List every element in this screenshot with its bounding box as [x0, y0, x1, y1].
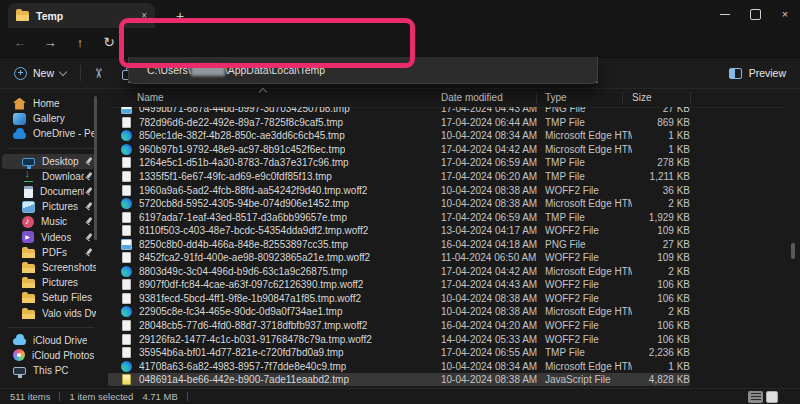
file-type: TMP File: [545, 157, 632, 168]
file-name-cell: 29126fa2-1477-4c1c-b031-91768478c79a.tmp…: [121, 334, 441, 345]
file-date-modified: 17-04-2024 06:59 AM: [441, 157, 545, 168]
file-row[interactable]: 8110f503-c403-48e7-bcdc-54354dda9df2.tmp…: [108, 224, 690, 238]
file-row[interactable]: 850ec1de-382f-4b28-850c-ae3dd6c6cb45.tmp…: [108, 129, 690, 143]
file-type: PNG File: [545, 239, 632, 250]
list-scrollbar-thumb[interactable]: [791, 243, 795, 259]
file-row[interactable]: 41708a63-6a82-4983-8957-7f7dde8e40c9.tmp…: [108, 359, 690, 373]
new-tab-button[interactable]: +: [168, 3, 192, 28]
file-name: 850ec1de-382f-4b28-850c-ae3dd6c6cb45.tmp: [139, 130, 345, 141]
explorer-tab[interactable]: Temp ×: [8, 3, 155, 28]
edge-file-icon: [121, 144, 132, 155]
file-row[interactable]: 048691a4-be66-442e-b900-7ade11eaabd2.tmp…: [108, 373, 690, 387]
file-name: 048691a4-be66-442e-b900-7ade11eaabd2.tmp: [139, 374, 349, 385]
close-button[interactable]: ×: [770, 0, 800, 28]
file-size: 27 KB: [632, 239, 690, 250]
refresh-icon[interactable]: ↻: [98, 31, 120, 53]
cut-icon[interactable]: ✂: [91, 68, 106, 79]
address-suggestion-dropdown[interactable]: C:\Users\\AppData\Local\Temp: [128, 57, 598, 84]
file-date-modified: 16-04-2024 04:20 AM: [441, 320, 545, 331]
column-divider[interactable]: [690, 92, 691, 104]
sidebar-item[interactable]: iCloud Drive: [2, 333, 96, 348]
file-row[interactable]: 8452fca2-91fd-400e-ae98-80923865a21e.tmp…: [108, 251, 690, 265]
file-row[interactable]: 1264e5c1-d51b-4a30-8783-7da37e317c96.tmp…: [108, 156, 690, 170]
details-view-icon[interactable]: [748, 391, 763, 403]
sidebar-item[interactable]: Documents: [2, 184, 96, 199]
plus-circle-icon: [14, 67, 27, 80]
sidebar-item[interactable]: Gallery: [2, 111, 96, 126]
file-name: 1335f5f1-6e67-49fc-ad69-e9c0fdf85f13.tmp: [139, 171, 332, 182]
file-name-cell: 960b97b1-9792-48e9-ac97-8b91c452f6ec.tmp: [121, 144, 441, 155]
sidebar-divider: [0, 142, 108, 154]
file-row[interactable]: 9381fecd-5bcd-4ff1-9f8e-1b90847a1f85.tmp…: [108, 292, 690, 306]
thumbnail-view-icon[interactable]: [766, 391, 778, 403]
sidebar-item[interactable]: Valo vids Dwai: [2, 305, 96, 320]
column-divider[interactable]: [622, 92, 623, 104]
sidebar-item[interactable]: Music: [2, 214, 96, 229]
sidebar-item[interactable]: iCloud Photos: [2, 348, 96, 363]
file-date-modified: 17-04-2024 06:20 AM: [441, 171, 545, 182]
file-row[interactable]: 782d96d6-de22-492e-89a7-7825f8c9caf5.tmp…: [108, 116, 690, 130]
file-type: TMP File: [545, 347, 632, 358]
sidebar-item-label: iCloud Drive: [33, 335, 87, 346]
onedrive-icon: [13, 128, 26, 140]
file-name-cell: 0499bb71-687a-44bd-b997-3d70342507b8.tmp: [121, 107, 441, 114]
file-row[interactable]: 8803d49c-3c04-496d-b9d6-63c1a9c26875.tmp…: [108, 265, 690, 279]
sidebar-scrollbar-thumb[interactable]: [94, 96, 97, 240]
forward-icon[interactable]: →: [39, 31, 61, 53]
back-icon[interactable]: ←: [9, 31, 31, 53]
file-row[interactable]: 8907f0df-fc84-4cae-a63f-097c62126390.tmp…: [108, 278, 690, 292]
pictures-icon: [22, 201, 35, 213]
sidebar-item-label: Desktop: [42, 156, 79, 167]
file-row[interactable]: 1335f5f1-6e67-49fc-ad69-e9c0fdf85f13.tmp…: [108, 170, 690, 184]
file-date-modified: 10-04-2024 08:34 AM: [441, 130, 545, 141]
file-row[interactable]: 22905c8e-fc34-465e-90dc-0d9a0f734ae1.tmp…: [108, 305, 690, 319]
file-row[interactable]: 35954b6a-bf01-4d77-821e-c720fd7bd0a9.tmp…: [108, 346, 690, 360]
column-header-type[interactable]: Type: [545, 92, 567, 103]
file-row[interactable]: 960b97b1-9792-48e9-ac97-8b91c452f6ec.tmp…: [108, 143, 690, 157]
file-type: WOFF2 File: [545, 225, 632, 236]
file-file-icon: [122, 320, 131, 331]
file-row[interactable]: 28048cb5-77d6-4fd0-88d7-3718dfbfb937.tmp…: [108, 319, 690, 333]
file-type: WOFF2 File: [545, 279, 632, 290]
file-type: TMP File: [545, 117, 632, 128]
column-header-date-modified[interactable]: Date modified: [441, 92, 503, 103]
view-toggles: [748, 391, 778, 403]
sidebar-item[interactable]: Downloads: [2, 169, 96, 184]
preview-button[interactable]: Preview: [729, 67, 786, 79]
column-header-name[interactable]: Name: [137, 92, 164, 103]
file-row[interactable]: 1960a9a6-5ad2-4fcb-88fd-aa54242f9d40.tmp…: [108, 183, 690, 197]
column-divider[interactable]: [536, 92, 537, 104]
new-button[interactable]: New: [14, 67, 66, 80]
up-icon[interactable]: ↑: [69, 31, 91, 53]
file-name: 41708a63-6a82-4983-8957-7f7dde8e40c9.tmp: [139, 361, 346, 372]
sidebar-item[interactable]: This PC: [2, 363, 96, 378]
sidebar-item[interactable]: Videos: [2, 230, 96, 245]
sidebar-item[interactable]: Setup Files: [2, 290, 96, 305]
file-row[interactable]: 8250c8b0-dd4b-466a-848e-82553897cc35.tmp…: [108, 237, 690, 251]
window-controls: ×: [710, 0, 800, 28]
file-name-cell: 41708a63-6a82-4983-8957-7f7dde8e40c9.tmp: [121, 361, 441, 372]
sidebar-item[interactable]: PDFs: [2, 245, 96, 260]
sidebar-item[interactable]: Home: [2, 96, 96, 111]
file-file-icon: [122, 225, 131, 236]
pin-icon: [84, 187, 93, 196]
file-date-modified: 10-04-2024 08:34 AM: [441, 361, 545, 372]
file-row[interactable]: 0499bb71-687a-44bd-b997-3d70342507b8.tmp…: [108, 107, 690, 116]
file-row[interactable]: 29126fa2-1477-4c1c-b031-91768478c79a.tmp…: [108, 332, 690, 346]
desktop-icon: [22, 158, 35, 166]
sidebar-item[interactable]: Desktop: [2, 154, 96, 169]
navigation-bar: ← → ↑ ↻ C:\Users\\AppData\Local\Temp × S…: [0, 28, 800, 57]
thispc-icon: [13, 367, 26, 375]
column-header-size[interactable]: Size: [632, 92, 651, 103]
sidebar-item[interactable]: Pictures: [2, 275, 96, 290]
sidebar-item[interactable]: Screenshots: [2, 260, 96, 275]
file-name-cell: 8452fca2-91fd-400e-ae98-80923865a21e.tmp…: [121, 252, 441, 263]
maximize-button[interactable]: [740, 0, 770, 28]
minimize-button[interactable]: [710, 0, 740, 28]
tab-close-icon[interactable]: ×: [141, 11, 147, 21]
address-suggestion[interactable]: C:\Users\\AppData\Local\Temp: [147, 64, 325, 76]
sidebar-item[interactable]: Pictures: [2, 199, 96, 214]
file-row[interactable]: 5720cb8d-5952-4305-94be-074d906e1452.tmp…: [108, 197, 690, 211]
sidebar-item[interactable]: OneDrive - Persor: [2, 126, 96, 141]
file-row[interactable]: 6197ada7-1eaf-43ed-8517-d3a6bb99657e.tmp…: [108, 210, 690, 224]
